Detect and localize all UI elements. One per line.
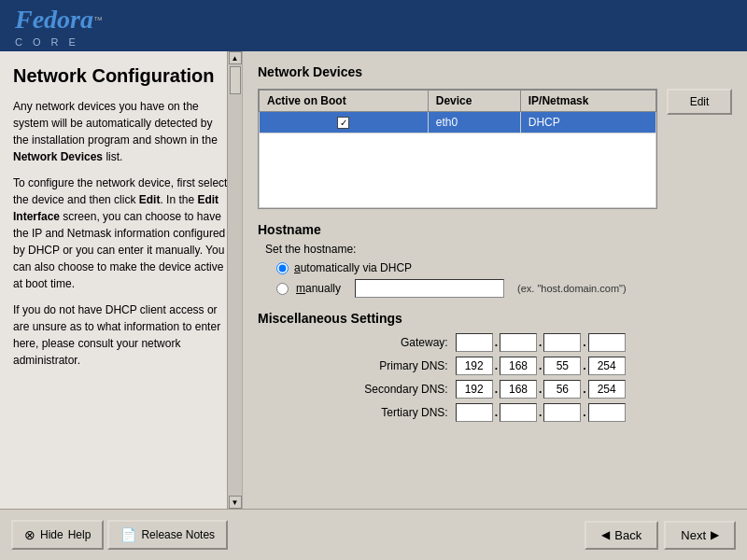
col-ip-netmask: IP/Netmask [520,91,655,112]
dot11: . [539,406,542,419]
primary-dns-octet-2[interactable] [500,357,537,375]
dot2: . [539,336,542,349]
hide-label: Hide [40,528,63,541]
col-active-on-boot: Active on Boot [260,91,429,112]
empty-row-1 [260,133,656,208]
active-checkbox[interactable]: ✓ [337,117,349,129]
dot6: . [583,359,585,372]
dot9: . [583,383,585,396]
scrollbar-thumb[interactable] [230,66,241,94]
footer: ⊗ Hide Help 📄 Release Notes ◀ Back Next … [0,509,747,560]
auto-dhcp-label: automatically via DHCP [294,261,412,274]
header: Fedora™ C O R E [0,0,747,51]
secondary-dns-octet-4[interactable] [588,380,626,399]
secondary-dns-octet-3[interactable] [543,380,581,399]
tertiary-dns-octet-1[interactable] [456,403,493,422]
scroll-down-btn[interactable]: ▼ [229,496,242,509]
footer-left: ⊗ Hide Help 📄 Release Notes [11,520,228,550]
release-notes-icon: 📄 [120,527,136,542]
footer-right: ◀ Back Next ▶ [585,521,736,550]
page-title: Network Configuration [13,64,229,87]
edit-button[interactable]: Edit [667,89,732,115]
secondary-dns-inputs: . . . [456,380,732,399]
active-checkbox-cell[interactable]: ✓ [260,112,429,133]
scrollbar[interactable]: ▲ ▼ [227,51,242,509]
dot5: . [539,359,542,372]
dot7: . [495,383,498,396]
dot4: . [495,359,498,372]
manual-row: manually (ex. "host.domain.com") [258,279,732,298]
right-panel: Network Devices Active on Boot Device IP… [243,51,747,509]
secondary-dns-octet-1[interactable] [456,380,493,399]
col-device: Device [428,91,520,112]
primary-dns-octet-4[interactable] [588,357,626,375]
hide-icon: ⊗ [24,527,35,542]
hostname-hint: (ex. "host.domain.com") [517,283,627,294]
devices-table: Active on Boot Device IP/Netmask ✓ eth0 … [259,90,656,208]
dot1: . [495,336,498,349]
description-para-2: To configure the network device, first s… [13,175,229,292]
auto-dhcp-row: automatically via DHCP [258,261,732,274]
gateway-octet-2[interactable] [500,333,537,352]
gateway-inputs: . . . [456,333,732,352]
hostname-set-label: Set the hostname: [258,243,732,256]
fedora-sub: C O R E [15,36,103,48]
tertiary-dns-octet-2[interactable] [500,403,537,422]
gateway-octet-1[interactable] [456,333,493,352]
next-arrow-icon: ▶ [711,528,719,541]
primary-dns-octet-1[interactable] [456,357,493,375]
next-label: Next [681,528,706,542]
device-cell: eth0 [428,112,520,133]
devices-container: Active on Boot Device IP/Netmask ✓ eth0 … [258,89,732,209]
release-notes-button[interactable]: 📄 Release Notes [107,520,228,550]
fedora-logo: Fedora™ C O R E [15,5,103,48]
primary-dns-octet-3[interactable] [543,357,581,375]
next-button[interactable]: Next ▶ [664,521,736,550]
dot3: . [583,336,585,349]
primary-dns-inputs: . . . [456,357,732,375]
dot10: . [495,406,498,419]
table-row[interactable]: ✓ eth0 DHCP [260,112,656,133]
primary-dns-label: Primary DNS: [258,359,452,372]
network-devices-title: Network Devices [258,64,732,79]
auto-dhcp-radio[interactable] [276,262,289,274]
back-arrow-icon: ◀ [601,528,610,541]
table-header-row: Active on Boot Device IP/Netmask [260,91,656,112]
back-label: Back [614,528,641,542]
manual-hostname-input[interactable] [355,279,504,298]
gateway-octet-3[interactable] [543,333,581,352]
help-label: Help [68,528,92,541]
tertiary-dns-inputs: . . . [456,403,732,422]
gateway-octet-4[interactable] [588,333,626,352]
hostname-section: Hostname Set the hostname: automatically… [258,222,732,298]
trademark-symbol: ™ [93,14,103,24]
secondary-dns-octet-2[interactable] [500,380,537,399]
dot12: . [583,406,585,419]
empty-cell [260,133,656,208]
back-button[interactable]: ◀ Back [585,521,658,550]
hide-button[interactable]: ⊗ Hide Help [11,520,104,550]
gateway-label: Gateway: [258,336,452,349]
tertiary-dns-octet-3[interactable] [543,403,581,422]
dot8: . [539,383,542,396]
devices-table-wrapper: Active on Boot Device IP/Netmask ✓ eth0 … [258,89,657,209]
description-para-1: Any network devices you have on the syst… [13,98,229,165]
ip-cell: DHCP [520,112,655,133]
misc-title: Miscellaneous Settings [258,311,732,326]
secondary-dns-label: Secondary DNS: [258,383,452,396]
release-notes-label: Release Notes [141,528,215,541]
scroll-up-btn[interactable]: ▲ [229,51,242,64]
main-content: Network Configuration Any network device… [0,51,747,509]
tertiary-dns-octet-4[interactable] [588,403,626,422]
fedora-brand: Fedora [15,5,93,34]
misc-section: Miscellaneous Settings Gateway: . . . Pr… [258,311,732,422]
hostname-title: Hostname [258,222,732,237]
tertiary-dns-label: Tertiary DNS: [258,406,452,419]
dns-grid: Gateway: . . . Primary DNS: . . [258,333,732,422]
manual-hostname-label: manually [296,282,347,295]
description-para-3: If you do not have DHCP client access or… [13,301,229,369]
left-panel: Network Configuration Any network device… [0,51,243,509]
manual-hostname-radio[interactable] [276,283,289,295]
